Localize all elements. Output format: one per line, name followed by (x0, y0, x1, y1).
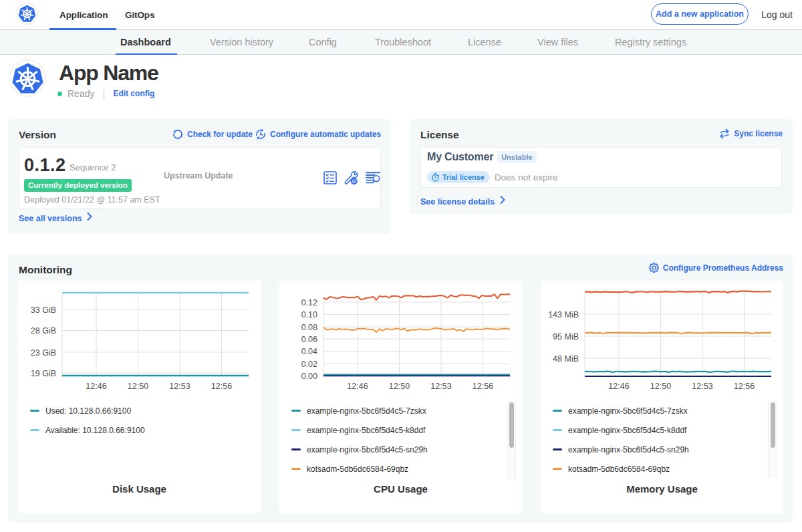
svg-text:12:56: 12:56 (734, 382, 755, 391)
svg-text:12:50: 12:50 (650, 382, 671, 391)
svg-text:0.02: 0.02 (301, 360, 317, 369)
svg-text:12:46: 12:46 (86, 382, 106, 391)
svg-text:12:53: 12:53 (692, 382, 712, 391)
svg-text:12:53: 12:53 (430, 382, 451, 391)
svg-text:0.04: 0.04 (301, 347, 317, 356)
svg-text:12:53: 12:53 (169, 382, 190, 391)
svg-text:23 GiB: 23 GiB (31, 348, 56, 358)
svg-text:143 MiB: 143 MiB (548, 310, 579, 319)
svg-text:12:50: 12:50 (389, 382, 410, 391)
svg-text:48 MiB: 48 MiB (553, 354, 579, 364)
svg-text:12:56: 12:56 (473, 382, 493, 391)
svg-text:12:50: 12:50 (128, 382, 148, 391)
svg-text:95 MiB: 95 MiB (553, 332, 579, 342)
svg-text:0.08: 0.08 (301, 323, 317, 332)
svg-text:28 GiB: 28 GiB (31, 326, 56, 336)
svg-text:0.06: 0.06 (301, 335, 317, 344)
svg-text:12:46: 12:46 (347, 382, 368, 391)
svg-text:12:56: 12:56 (211, 382, 232, 391)
svg-text:0.10: 0.10 (301, 310, 317, 319)
svg-text:0.00: 0.00 (301, 372, 317, 381)
svg-text:12:46: 12:46 (608, 382, 629, 391)
svg-text:0.12: 0.12 (301, 298, 317, 307)
svg-text:19 GiB: 19 GiB (31, 369, 56, 378)
svg-text:33 GiB: 33 GiB (31, 305, 56, 315)
